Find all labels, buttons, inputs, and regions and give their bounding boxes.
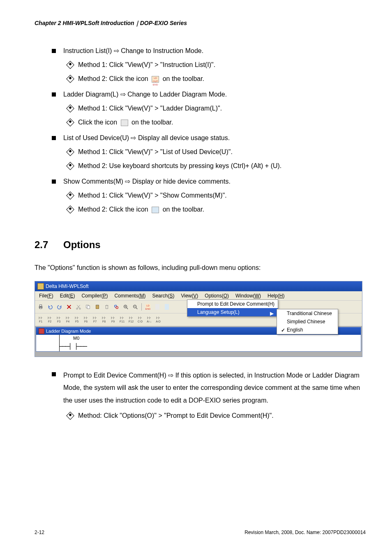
- ladder-tool-button[interactable]: ⊦⊦F9: [109, 315, 117, 324]
- prompt-edit-description: Prompt to Edit Device Comment(H) ⇨ If th…: [63, 369, 366, 407]
- ladder-device-label: M0: [73, 336, 79, 341]
- bullet-main-text: Instruction List(I) ⇨ Change to Instruct…: [63, 46, 203, 56]
- ladder-contact: ───┤ ├───: [59, 343, 87, 350]
- diamond-bullet-icon: [66, 191, 74, 200]
- zoomin-icon[interactable]: [122, 303, 130, 311]
- submenu-item[interactable]: Simplied Chinese: [277, 318, 338, 326]
- sub-item-text: Method 1: Click "View(V)" > "Ladder Diag…: [78, 104, 222, 113]
- square-bullet-icon: [52, 136, 56, 140]
- ladder-tool-button[interactable]: ⊦⊦F2: [46, 315, 54, 324]
- section-heading: 2.7Options: [35, 239, 366, 251]
- options-dropdown: Prompt to Edit Device Comment(H)Language…: [187, 299, 278, 317]
- diamond-bullet-icon: [66, 104, 74, 113]
- menubar: File(F)Edit(E)Compiler(P)Comments(M)Sear…: [35, 291, 362, 300]
- check-icon: ✓: [279, 327, 287, 334]
- sub-item-text: Method 2: Click the icon on the toolbar.: [78, 205, 204, 214]
- sub-item-text: Method 1: Click "View(V)" > "Instruction…: [78, 60, 215, 70]
- diamond-bullet-icon: [66, 61, 74, 69]
- submenu-arrow-icon: ▶: [268, 310, 275, 317]
- app-icon: [37, 283, 44, 290]
- diamond-bullet-icon: [66, 148, 74, 156]
- bullet-main-text: Ladder Diagram(L) ⇨ Change to Ladder Dia…: [63, 90, 227, 99]
- svg-rect-6: [87, 306, 90, 309]
- language-submenu: Tranditional ChineseSimplied Chinese✓Eng…: [277, 309, 338, 334]
- sub-item-text: Method 1: Click "View(V)" > "Show Commen…: [78, 191, 227, 200]
- cut-icon[interactable]: [74, 303, 83, 311]
- diamond-bullet-icon: [66, 118, 74, 127]
- zoomout-icon[interactable]: [131, 303, 139, 311]
- bullet-main-text: Show Comments(M) ⇨ Display or hide devic…: [63, 177, 231, 187]
- comm-toolbar-icon: [152, 207, 159, 213]
- sub-item-text: Method 2: Use keyboard shortcuts by pres…: [78, 161, 281, 171]
- sub-item-text: Method 1: Click "View(V)" > "List of Use…: [78, 147, 233, 157]
- prompt-edit-method: Method: Click "Options(O)" > "Prompt to …: [78, 411, 274, 421]
- ladder-tool-button[interactable]: ⊦⊦F11: [118, 315, 126, 324]
- svg-rect-8: [97, 305, 98, 306]
- ladder-tool-button[interactable]: ⊦⊦C·D: [136, 315, 144, 324]
- diamond-bullet-icon: [66, 75, 74, 83]
- svg-point-11: [116, 306, 118, 309]
- dropdown-item[interactable]: Prompt to Edit Device Comment(H): [187, 300, 278, 308]
- print-icon[interactable]: [37, 303, 45, 311]
- menu-item[interactable]: Search(S): [150, 292, 176, 299]
- submenu-item[interactable]: Tranditional Chinese: [277, 309, 338, 318]
- sub-item-text: Method 2: Click the icon LDOUTEND on the…: [78, 74, 204, 84]
- ladder-tool-button[interactable]: ⊦⊦F3: [55, 315, 63, 324]
- menu-item[interactable]: Comments(M): [113, 292, 147, 299]
- mdi-title-text: Ladder Diagram Mode: [46, 329, 91, 334]
- copy-icon[interactable]: [84, 303, 92, 311]
- svg-rect-7: [96, 305, 99, 309]
- svg-rect-2: [39, 308, 42, 309]
- app-title: Delta HMI-WPLSoft: [46, 283, 89, 289]
- square-bullet-icon: [52, 92, 56, 97]
- ladder-tool-button[interactable]: ⊦⊦F5: [73, 315, 81, 324]
- find-icon[interactable]: [112, 303, 120, 311]
- inst-toolbar-icon: LDOUTEND: [152, 76, 159, 83]
- ladder-content: M0 ───┤ ├───: [36, 335, 361, 351]
- square-bullet-icon: [52, 372, 56, 376]
- square-bullet-icon: [52, 180, 56, 184]
- redo-icon[interactable]: [55, 303, 64, 311]
- ladder-tool-button[interactable]: ⊦⊦F7: [91, 315, 99, 324]
- menu-item[interactable]: File(F): [37, 292, 55, 299]
- dropdown-item[interactable]: Language Setup(L)▶: [187, 308, 278, 316]
- menu-item[interactable]: Compiler(P): [80, 292, 109, 299]
- app-screenshot: Delta HMI-WPLSoft File(F)Edit(E)Compiler…: [35, 281, 362, 357]
- chapter-header: Chapter 2 HMI-WPLSoft Introduction｜DOP-E…: [35, 20, 366, 27]
- delete2-icon[interactable]: [103, 303, 111, 311]
- diamond-bullet-icon: [66, 162, 74, 170]
- ladder-tool-button[interactable]: ⊦⊦F6: [82, 315, 90, 324]
- revision-info: Revision March, 2008, Doc. Name: 2007PDD…: [244, 530, 366, 535]
- undo-icon[interactable]: [46, 303, 54, 311]
- menu-item[interactable]: Options(O): [203, 292, 231, 299]
- bullet-main-text: List of Used Device(U) ⇨ Display all dev…: [63, 133, 230, 143]
- svg-rect-9: [106, 306, 108, 309]
- ladder-tool-button[interactable]: ⊦⊦A↑↓: [145, 315, 153, 324]
- comment-mode-icon[interactable]: [163, 303, 171, 311]
- menu-item[interactable]: Window(W): [234, 292, 263, 299]
- sub-item-text: Click the icon on the toolbar.: [78, 117, 173, 127]
- submenu-item[interactable]: ✓English: [277, 326, 338, 334]
- svg-rect-1: [39, 305, 42, 306]
- menu-item[interactable]: Help(H): [266, 292, 286, 299]
- instruction-mode-icon[interactable]: LDEND: [144, 303, 152, 311]
- paste-icon[interactable]: [93, 303, 101, 311]
- mdi-icon: [39, 328, 44, 334]
- ladder-tool-button[interactable]: ⊦⊦F1: [37, 315, 45, 324]
- titlebar: Delta HMI-WPLSoft: [35, 281, 362, 291]
- diamond-bullet-icon: [66, 205, 74, 214]
- ladder-mode-icon[interactable]: [153, 303, 161, 311]
- delete-icon[interactable]: [65, 303, 73, 311]
- square-bullet-icon: [52, 49, 56, 53]
- diamond-bullet-icon: [66, 412, 74, 420]
- ladder-toolbar-icon: [121, 120, 128, 126]
- intro-paragraph: The "Options" function is shown as follo…: [35, 263, 366, 273]
- ladder-tool-button[interactable]: ⊦⊦F8: [100, 315, 108, 324]
- section-title: Options: [63, 239, 101, 250]
- menu-item[interactable]: Edit(E): [58, 292, 77, 299]
- menu-item[interactable]: View(V): [179, 292, 200, 299]
- ladder-tool-button[interactable]: ⊦⊦F4: [64, 315, 72, 324]
- ladder-tool-button[interactable]: ⊦⊦F12: [127, 315, 135, 324]
- page-number: 2-12: [35, 530, 44, 535]
- ladder-tool-button[interactable]: ⊦⊦A·D: [154, 315, 162, 324]
